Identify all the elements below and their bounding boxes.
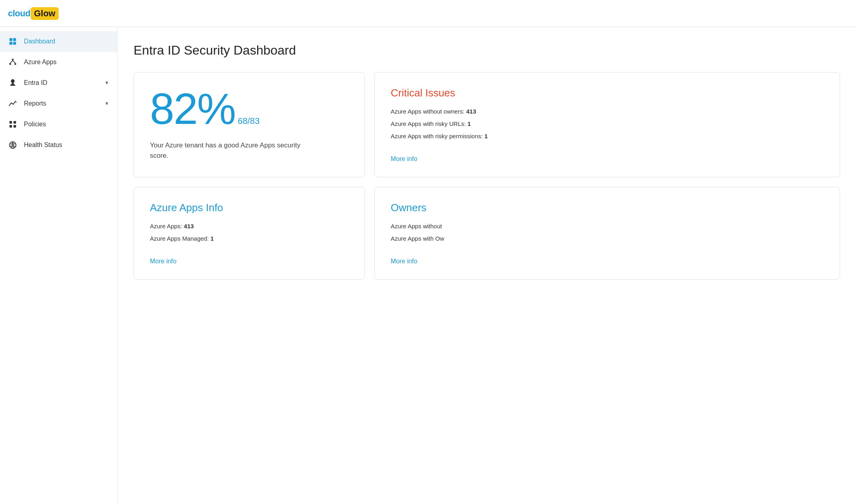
azure-apps-info-card: Azure Apps Info Azure Apps: 413 Azure Ap… xyxy=(134,187,365,280)
sidebar-label-policies: Policies xyxy=(24,121,109,128)
azure-apps-value-2: 1 xyxy=(211,235,214,242)
svg-rect-11 xyxy=(14,121,16,124)
page-title: Entra ID Security Dashboard xyxy=(134,43,840,58)
critical-issues-more-info-link[interactable]: More info xyxy=(391,155,417,163)
owners-title: Owners xyxy=(391,202,824,214)
entra-id-icon xyxy=(8,78,18,88)
svg-point-4 xyxy=(12,59,14,61)
critical-issues-line-3: Azure Apps with risky permissions: 1 xyxy=(391,132,824,140)
sidebar-item-policies[interactable]: Policies xyxy=(0,114,117,135)
svg-line-8 xyxy=(13,61,15,63)
critical-issues-line-1: Azure Apps without owners: 413 xyxy=(391,107,824,116)
critical-label-3: Azure Apps with risky permissions: xyxy=(391,133,484,139)
sidebar-label-azure-apps: Azure Apps xyxy=(24,59,109,66)
sidebar-item-azure-apps[interactable]: Azure Apps xyxy=(0,52,117,73)
sidebar-item-reports[interactable]: Reports ▼ xyxy=(0,93,117,114)
entra-id-chevron-icon: ▼ xyxy=(104,80,109,86)
topbar: cloud Glow xyxy=(0,0,856,27)
svg-line-9 xyxy=(15,102,16,103)
health-status-icon xyxy=(8,140,18,150)
owners-label-2: Azure Apps with Ow xyxy=(391,235,444,242)
azure-apps-label-1: Azure Apps: xyxy=(150,223,184,229)
sidebar-item-entra-id[interactable]: Entra ID ▼ xyxy=(0,73,117,93)
cards-row-2: Azure Apps Info Azure Apps: 413 Azure Ap… xyxy=(134,187,840,280)
azure-apps-label-2: Azure Apps Managed: xyxy=(150,235,211,242)
logo-cloud-text: cloud xyxy=(8,8,30,19)
azure-apps-info-more-info-link[interactable]: More info xyxy=(150,258,177,265)
critical-label-2: Azure Apps with risky URLs: xyxy=(391,120,468,127)
reports-icon xyxy=(8,99,18,108)
svg-rect-12 xyxy=(10,125,12,127)
score-display: 82% 68/83 xyxy=(150,87,348,131)
svg-rect-3 xyxy=(13,42,16,45)
svg-point-6 xyxy=(14,63,16,65)
sidebar-label-health-status: Health Status xyxy=(24,141,109,149)
critical-issues-title: Critical Issues xyxy=(391,87,824,99)
azure-apps-info-title: Azure Apps Info xyxy=(150,202,348,214)
svg-rect-2 xyxy=(10,42,12,45)
sidebar-label-reports: Reports xyxy=(24,100,98,107)
svg-rect-0 xyxy=(10,38,12,41)
score-description: Your Azure tenant has a good Azure Apps … xyxy=(150,140,301,161)
sidebar-item-health-status[interactable]: Health Status xyxy=(0,135,117,155)
layout: Dashboard Azure Apps Entra xyxy=(0,27,856,504)
owners-line-2: Azure Apps with Ow xyxy=(391,234,824,243)
main-content: Entra ID Security Dashboard 82% 68/83 Yo… xyxy=(118,27,856,504)
critical-value-2: 1 xyxy=(468,120,471,127)
critical-value-3: 1 xyxy=(484,133,488,139)
owners-more-info-link[interactable]: More info xyxy=(391,258,417,265)
sidebar: Dashboard Azure Apps Entra xyxy=(0,27,118,504)
azure-apps-value-1: 413 xyxy=(184,223,194,229)
cards-row-1: 82% 68/83 Your Azure tenant has a good A… xyxy=(134,72,840,177)
critical-value-1: 413 xyxy=(466,108,476,115)
owners-card: Owners Azure Apps without Azure Apps wit… xyxy=(374,187,840,280)
azure-apps-icon xyxy=(8,57,18,67)
svg-rect-13 xyxy=(14,125,16,127)
score-percent: 82% xyxy=(150,87,235,131)
logo-glow-box: Glow xyxy=(31,7,59,20)
reports-chevron-icon: ▼ xyxy=(104,101,109,106)
svg-point-5 xyxy=(9,63,11,65)
logo-glow-text: Glow xyxy=(34,8,55,18)
owners-line-1: Azure Apps without xyxy=(391,222,824,230)
svg-line-16 xyxy=(13,142,14,149)
sidebar-label-dashboard: Dashboard xyxy=(24,38,109,45)
owners-label-1: Azure Apps without xyxy=(391,223,442,229)
azure-apps-info-line-2: Azure Apps Managed: 1 xyxy=(150,234,348,243)
svg-rect-1 xyxy=(13,38,16,41)
policies-icon xyxy=(8,120,18,129)
critical-label-1: Azure Apps without owners: xyxy=(391,108,466,115)
azure-apps-info-line-1: Azure Apps: 413 xyxy=(150,222,348,230)
svg-line-7 xyxy=(10,61,13,63)
score-fraction: 68/83 xyxy=(238,116,260,126)
dashboard-icon xyxy=(8,37,18,46)
critical-issues-card: Critical Issues Azure Apps without owner… xyxy=(374,72,840,177)
sidebar-label-entra-id: Entra ID xyxy=(24,79,98,86)
sidebar-item-dashboard[interactable]: Dashboard xyxy=(0,31,117,52)
critical-issues-line-2: Azure Apps with risky URLs: 1 xyxy=(391,120,824,128)
logo: cloud Glow xyxy=(8,7,59,20)
svg-rect-10 xyxy=(10,121,12,124)
score-card: 82% 68/83 Your Azure tenant has a good A… xyxy=(134,72,365,177)
